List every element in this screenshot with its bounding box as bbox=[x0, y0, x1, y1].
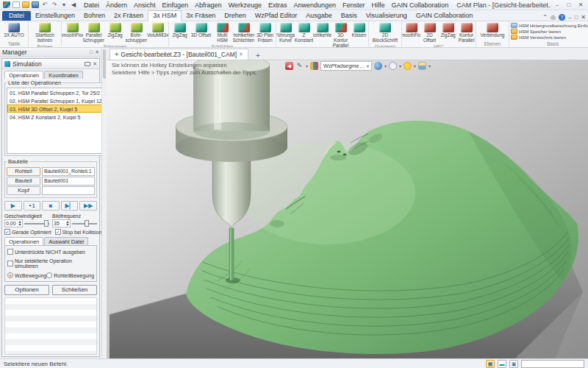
child-close-button[interactable]: ✕ bbox=[581, 14, 586, 21]
collapse-ribbon-icon[interactable]: ⌃ bbox=[542, 14, 548, 21]
ribbon-item-z-konstant[interactable]: Z Konstant bbox=[295, 22, 313, 43]
menu-extras[interactable]: Extras bbox=[268, 1, 287, 9]
tab-visualisierung[interactable]: Visualisierung bbox=[362, 11, 412, 21]
checkbox-icon[interactable] bbox=[7, 261, 13, 266]
ribbon-item-verbindung[interactable]: Verbindung bbox=[476, 22, 509, 38]
step-to-end-button[interactable]: ▶▏ bbox=[61, 201, 79, 210]
command-input[interactable] bbox=[521, 360, 584, 368]
fast-forward-button[interactable]: ▶▶ bbox=[79, 201, 97, 210]
operation-row[interactable]: 01. HSM Parallel Schruppen 2, Tor 25/2 bbox=[7, 88, 104, 96]
checkbox-stop-bei-kollision[interactable]: ✓ Stop bei Kollision bbox=[55, 229, 102, 235]
toolpath-display-icon[interactable] bbox=[310, 62, 318, 70]
simulation-close-icon[interactable]: ✕ bbox=[93, 61, 97, 67]
ribbon-item-hsm-verzeichnis-leeren[interactable]: HSM Verzeichnis leeren bbox=[511, 35, 588, 40]
chevron-down-icon[interactable]: ▾ bbox=[384, 63, 387, 68]
ribbon-item-3d-offset[interactable]: 3D Offset bbox=[190, 22, 212, 38]
ribbon-item-2d-blockschrift[interactable]: 2D BlockSchrift bbox=[369, 22, 401, 43]
ribbon-item-smoothflow-schruppen[interactable]: SmoothFlow bbox=[62, 22, 83, 38]
edit-icon[interactable]: ✎ bbox=[295, 62, 304, 70]
child-restore-button[interactable]: □ bbox=[574, 14, 578, 21]
exit-environment-icon[interactable]: ◀ bbox=[285, 62, 293, 70]
framerate-spinner[interactable]: 35 bbox=[52, 219, 71, 227]
ribbon-item-3d-plan-fraesen[interactable]: 3D Plan Fräsen bbox=[254, 22, 276, 43]
menu-werkzeuge[interactable]: Werkzeuge bbox=[229, 1, 262, 9]
speed-spinner[interactable]: 0,00 bbox=[4, 219, 23, 227]
tab-operationen[interactable]: Operationen bbox=[4, 71, 43, 79]
ribbon-item-zigzag-schruppen[interactable]: ZigZag bbox=[104, 22, 126, 38]
panel-scrollbar[interactable] bbox=[101, 48, 107, 358]
ribbon-item-multi-hsm[interactable]: Multi HSM bbox=[212, 22, 233, 43]
rohteil-button[interactable]: Rohteil bbox=[7, 167, 40, 176]
quick-access-dropdown-icon[interactable]: ▾ bbox=[60, 1, 68, 8]
kopf-value[interactable] bbox=[42, 186, 95, 195]
schliessen-button[interactable]: Schließen bbox=[52, 285, 97, 295]
menu-anwendungen[interactable]: Anwendungen bbox=[294, 1, 337, 9]
checkbox-nur-selektierte[interactable]: Nur selektierte Operation simulieren bbox=[7, 258, 94, 269]
chevron-down-icon[interactable]: ▾ bbox=[429, 63, 431, 68]
child-minimize-button[interactable]: – bbox=[568, 14, 571, 21]
menu-gain-collaboration[interactable]: GAIN Collaboration bbox=[392, 1, 449, 9]
tab-koordinaten[interactable]: Koordinaten bbox=[44, 71, 82, 79]
rohteil-value[interactable]: Bauteil001_Rohteil.1 bbox=[42, 167, 95, 176]
document-tab[interactable]: + Gesicht-bearbeitet.Z3 - [Bauteil001_CA… bbox=[110, 49, 248, 60]
checkbox-icon[interactable] bbox=[7, 249, 13, 255]
tab-auswahl-datei[interactable]: Auswahl Datei bbox=[44, 237, 88, 245]
bauteil-value[interactable]: Bauteil001 bbox=[42, 177, 95, 185]
radio-rohteilbewegung[interactable]: RohteilBewegung bbox=[46, 272, 94, 278]
speed-slider[interactable] bbox=[24, 219, 49, 227]
menu-abfragen[interactable]: Abfragen bbox=[195, 1, 222, 9]
kopf-button[interactable]: Kopf bbox=[7, 186, 40, 195]
menu-hilfe[interactable]: Hilfe bbox=[372, 1, 385, 9]
ribbon-item-hsm-speicher-leeren[interactable]: HSM Speicher leeren bbox=[511, 29, 588, 34]
tab-operationen-2[interactable]: Operationen bbox=[4, 237, 43, 245]
panel-restore-icon[interactable]: □ bbox=[90, 49, 93, 55]
edit-dropdown-icon[interactable]: ▾ bbox=[306, 63, 308, 68]
restore-button[interactable]: □ bbox=[564, 1, 573, 8]
checkbox-unterdrueckte[interactable]: Unterdrückte NICHT ausgeben bbox=[7, 249, 94, 255]
operation-row-selected[interactable]: 03. HSM 3D Offset 2, Kugel 5 bbox=[7, 105, 104, 113]
stop-button[interactable]: ■ bbox=[42, 201, 60, 210]
tab-3x-fraesen[interactable]: 3x Fräsen bbox=[182, 11, 220, 21]
radio-icon[interactable]: ● bbox=[7, 272, 13, 278]
ribbon-item-fuehrungskurve[interactable]: Führungs-Kurve bbox=[276, 22, 295, 43]
operation-row[interactable]: 04. HSM Z Konstant 2, Kugel 5 bbox=[7, 113, 104, 121]
spinner-arrows-icon[interactable] bbox=[66, 221, 69, 226]
panel-close-icon[interactable]: ✕ bbox=[95, 49, 99, 55]
bauteil-button[interactable]: Bauteil bbox=[7, 177, 40, 185]
save-icon[interactable] bbox=[32, 1, 39, 8]
tab-bohren[interactable]: Bohren bbox=[79, 11, 110, 21]
open-file-icon[interactable] bbox=[22, 1, 29, 8]
chevron-down-icon[interactable]: ▾ bbox=[399, 63, 401, 68]
checkbox-gerade-optimiert[interactable]: ✓ Gerade Optimiert bbox=[4, 229, 51, 235]
globe-icon[interactable] bbox=[374, 62, 382, 70]
chevron-down-icon[interactable]: ▾ bbox=[414, 63, 416, 68]
menu-datei[interactable]: Datei bbox=[84, 1, 99, 9]
tab-gain-collaboration[interactable]: GAIN Collaboration bbox=[412, 11, 478, 21]
tab-drehen[interactable]: Drehen bbox=[220, 11, 251, 21]
tab-basis[interactable]: Basis bbox=[337, 11, 362, 21]
image-icon[interactable] bbox=[418, 62, 426, 70]
optionen-button[interactable]: Optionen bbox=[4, 285, 49, 295]
menu-aendern[interactable]: Ändern bbox=[106, 1, 127, 9]
monitor-icon[interactable]: ▬ bbox=[498, 360, 506, 368]
operation-row[interactable]: 02. HSM Parallel Schruppen 1, Kugel 12 bbox=[7, 96, 104, 105]
tab-ausgabe[interactable]: Ausgabe bbox=[301, 11, 337, 21]
ribbon-item-2d-offset[interactable]: 2D Offset bbox=[420, 22, 439, 43]
ribbon-item-3x-auto[interactable]: 3X AUTO bbox=[0, 22, 28, 38]
ribbon-item-smoothflow-hsc[interactable]: SmoothFlow bbox=[402, 22, 420, 38]
style-icon[interactable]: ◎ bbox=[551, 14, 556, 21]
menu-fenster[interactable]: Fenster bbox=[343, 1, 365, 9]
ribbon-item-hohlkehlen-schlichten[interactable]: Hohlkehlen Schlichten bbox=[233, 22, 254, 43]
toolpath-segments-dropdown[interactable]: WzPfadsegmente ▾ bbox=[320, 61, 372, 71]
ribbon-item-3d-kontur-parallel[interactable]: 3D Kontur Parallel bbox=[331, 22, 350, 48]
undo-icon[interactable]: ↶ bbox=[41, 1, 49, 8]
ribbon-item-zigzag-schlichten[interactable]: ZigZag bbox=[169, 22, 190, 38]
framerate-slider[interactable] bbox=[72, 219, 97, 227]
radio-wzbewegung[interactable]: ● WzBewegung bbox=[7, 272, 46, 278]
tab-2x-fraesen[interactable]: 2x Fräsen bbox=[110, 11, 148, 21]
ribbon-item-volumill3x[interactable]: VoluMill3x bbox=[147, 22, 168, 38]
ribbon-item-bohrschruppen[interactable]: Bohr-schruppen bbox=[126, 22, 147, 43]
tab-3x-hsm[interactable]: 3x HSM bbox=[148, 10, 182, 21]
ribbon-item-zigzag-hsc[interactable]: ZigZag bbox=[439, 22, 457, 38]
ribbon-item-hsm-hintergrundberechnung[interactable]: HSM Hintergrundberechnung Einfügen bbox=[511, 23, 588, 28]
